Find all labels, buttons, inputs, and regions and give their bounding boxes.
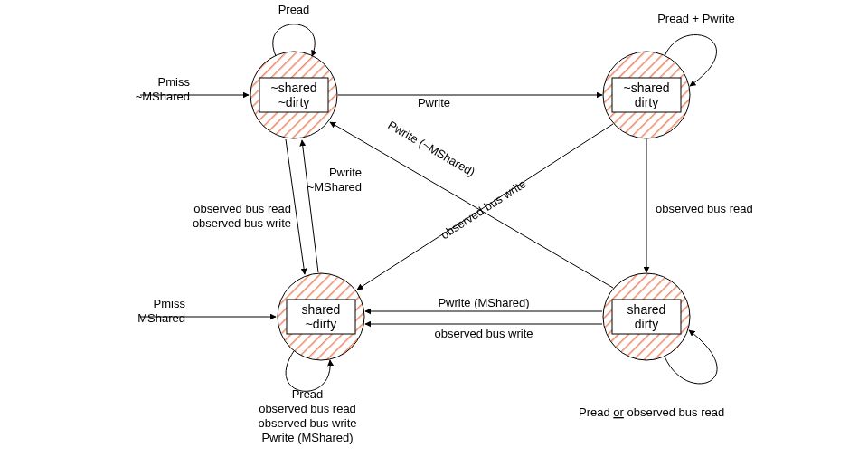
state-shared-dirty: shared dirty	[603, 273, 690, 360]
entry-tl-l1: Pmiss	[158, 75, 191, 89]
entry-bl-l1: Pmiss	[154, 297, 186, 310]
state-tl-line1: ~shared	[271, 81, 317, 95]
state-br-line2: dirty	[635, 317, 658, 331]
edge-tr-bl-label: observed bus write	[439, 176, 529, 242]
edge-bl-tl-l2: ~MShared	[307, 180, 362, 194]
self-loop-tl-label: Pread	[278, 3, 310, 16]
state-not-shared-not-dirty: ~shared ~dirty	[250, 52, 337, 138]
edge-tr-br-label: observed bus read	[656, 202, 753, 215]
state-not-shared-dirty: ~shared dirty	[603, 52, 690, 138]
edge-bl-tl-l1: Pwrite	[329, 166, 362, 179]
state-br-line1: shared	[627, 302, 666, 317]
edge-tl-tr-label: Pwrite	[418, 96, 450, 109]
state-tr-line1: ~shared	[624, 81, 670, 95]
self-loop-br-label: Pread or observed bus read	[579, 405, 724, 419]
entry-tl-l2: ~MShared	[136, 90, 190, 103]
self-loop-bl-l2: observed bus read	[259, 402, 356, 415]
edge-tl-bl-l1: observed bus read	[193, 202, 291, 215]
self-loop-tr-label: Pread + Pwrite	[657, 12, 735, 25]
state-bl-line1: shared	[302, 302, 341, 317]
state-tr-line2: dirty	[635, 95, 658, 109]
edge-bl-tl	[302, 140, 318, 272]
edge-br-bl-l2: observed bus write	[434, 327, 533, 340]
self-loop-bl-l3: observed bus write	[258, 416, 356, 430]
edge-br-bl-l1: Pwrite (MShared)	[438, 296, 529, 309]
self-loop-bl-l4: Pwrite (MShared)	[261, 431, 353, 444]
state-bl-line2: ~dirty	[306, 317, 337, 331]
entry-bl-l2: MShared	[137, 311, 185, 325]
edge-tl-bl-l2: observed bus write	[193, 216, 291, 230]
edge-br-tl-label: Pwrite (~MShared)	[385, 118, 477, 178]
state-tl-line2: ~dirty	[278, 95, 310, 109]
self-loop-bl-l1: Pread	[292, 387, 324, 401]
edge-br-tl	[330, 122, 613, 288]
state-shared-not-dirty: shared ~dirty	[278, 273, 364, 360]
